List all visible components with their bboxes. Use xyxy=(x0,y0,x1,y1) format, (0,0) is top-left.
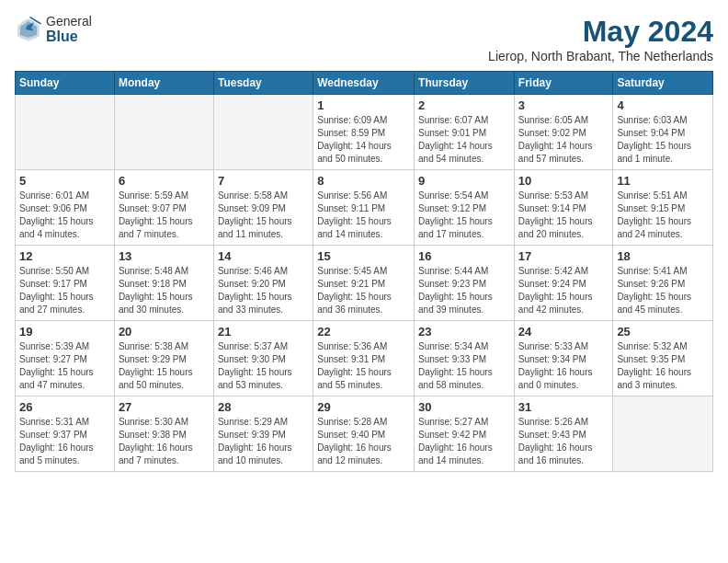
day-info: Sunrise: 5:41 AM Sunset: 9:26 PM Dayligh… xyxy=(617,265,709,316)
calendar-cell xyxy=(114,95,213,170)
day-info: Sunrise: 5:26 AM Sunset: 9:43 PM Dayligh… xyxy=(518,416,609,467)
calendar-cell: 14Sunrise: 5:46 AM Sunset: 9:20 PM Dayli… xyxy=(213,246,313,321)
day-info: Sunrise: 5:53 AM Sunset: 9:14 PM Dayligh… xyxy=(518,190,609,241)
weekday-header: Saturday xyxy=(613,72,713,95)
day-number: 30 xyxy=(418,400,510,414)
calendar-cell: 26Sunrise: 5:31 AM Sunset: 9:37 PM Dayli… xyxy=(16,396,115,472)
day-number: 11 xyxy=(617,174,709,188)
day-number: 22 xyxy=(317,325,410,339)
logo-blue-text: Blue xyxy=(46,29,92,45)
calendar-cell: 5Sunrise: 6:01 AM Sunset: 9:06 PM Daylig… xyxy=(16,170,115,246)
calendar-cell: 10Sunrise: 5:53 AM Sunset: 9:14 PM Dayli… xyxy=(514,170,613,246)
calendar-cell: 23Sunrise: 5:34 AM Sunset: 9:33 PM Dayli… xyxy=(415,321,515,396)
calendar-cell: 21Sunrise: 5:37 AM Sunset: 9:30 PM Dayli… xyxy=(213,321,313,396)
weekday-header-row: SundayMondayTuesdayWednesdayThursdayFrid… xyxy=(16,72,713,95)
day-number: 26 xyxy=(19,400,110,414)
calendar-week-row: 12Sunrise: 5:50 AM Sunset: 9:17 PM Dayli… xyxy=(16,246,713,321)
day-info: Sunrise: 5:54 AM Sunset: 9:12 PM Dayligh… xyxy=(418,190,510,241)
calendar-cell: 7Sunrise: 5:58 AM Sunset: 9:09 PM Daylig… xyxy=(213,170,313,246)
day-number: 18 xyxy=(617,249,709,263)
calendar-week-row: 26Sunrise: 5:31 AM Sunset: 9:37 PM Dayli… xyxy=(16,396,713,472)
day-info: Sunrise: 5:36 AM Sunset: 9:31 PM Dayligh… xyxy=(317,340,410,392)
weekday-header: Thursday xyxy=(415,72,515,95)
month-title: May 2024 xyxy=(488,15,713,49)
day-number: 1 xyxy=(317,98,410,112)
day-info: Sunrise: 6:05 AM Sunset: 9:02 PM Dayligh… xyxy=(518,114,609,166)
calendar-cell: 24Sunrise: 5:33 AM Sunset: 9:34 PM Dayli… xyxy=(514,321,613,396)
calendar-cell: 17Sunrise: 5:42 AM Sunset: 9:24 PM Dayli… xyxy=(514,246,613,321)
calendar-week-row: 19Sunrise: 5:39 AM Sunset: 9:27 PM Dayli… xyxy=(16,321,713,396)
day-number: 3 xyxy=(518,98,609,112)
day-info: Sunrise: 5:32 AM Sunset: 9:35 PM Dayligh… xyxy=(617,340,709,392)
weekday-header: Wednesday xyxy=(313,72,415,95)
day-number: 15 xyxy=(317,249,410,263)
calendar-cell: 28Sunrise: 5:29 AM Sunset: 9:39 PM Dayli… xyxy=(213,396,313,472)
calendar-cell: 15Sunrise: 5:45 AM Sunset: 9:21 PM Dayli… xyxy=(313,246,415,321)
calendar-cell: 30Sunrise: 5:27 AM Sunset: 9:42 PM Dayli… xyxy=(415,396,515,472)
day-number: 13 xyxy=(119,249,210,263)
day-info: Sunrise: 5:48 AM Sunset: 9:18 PM Dayligh… xyxy=(119,265,210,316)
day-number: 24 xyxy=(518,325,609,339)
calendar-cell: 16Sunrise: 5:44 AM Sunset: 9:23 PM Dayli… xyxy=(415,246,515,321)
day-info: Sunrise: 6:03 AM Sunset: 9:04 PM Dayligh… xyxy=(617,114,709,166)
day-info: Sunrise: 5:46 AM Sunset: 9:20 PM Dayligh… xyxy=(218,265,309,316)
day-number: 12 xyxy=(19,249,110,263)
day-info: Sunrise: 5:39 AM Sunset: 9:27 PM Dayligh… xyxy=(19,340,110,392)
location-text: Lierop, North Brabant, The Netherlands xyxy=(488,49,713,63)
day-number: 6 xyxy=(119,174,210,188)
day-info: Sunrise: 6:01 AM Sunset: 9:06 PM Dayligh… xyxy=(19,190,110,241)
day-number: 31 xyxy=(518,400,609,414)
weekday-header: Monday xyxy=(114,72,213,95)
calendar-cell: 8Sunrise: 5:56 AM Sunset: 9:11 PM Daylig… xyxy=(313,170,415,246)
calendar-cell xyxy=(613,396,713,472)
logo: General Blue xyxy=(15,15,92,45)
calendar-cell: 2Sunrise: 6:07 AM Sunset: 9:01 PM Daylig… xyxy=(415,95,515,170)
calendar-cell: 6Sunrise: 5:59 AM Sunset: 9:07 PM Daylig… xyxy=(114,170,213,246)
day-info: Sunrise: 5:37 AM Sunset: 9:30 PM Dayligh… xyxy=(218,340,309,392)
calendar-cell: 12Sunrise: 5:50 AM Sunset: 9:17 PM Dayli… xyxy=(16,246,115,321)
calendar-cell xyxy=(16,95,115,170)
calendar-cell: 11Sunrise: 5:51 AM Sunset: 9:15 PM Dayli… xyxy=(613,170,713,246)
day-info: Sunrise: 5:51 AM Sunset: 9:15 PM Dayligh… xyxy=(617,190,709,241)
day-info: Sunrise: 5:33 AM Sunset: 9:34 PM Dayligh… xyxy=(518,340,609,392)
logo-icon xyxy=(15,16,42,43)
day-number: 28 xyxy=(218,400,309,414)
calendar-cell: 20Sunrise: 5:38 AM Sunset: 9:29 PM Dayli… xyxy=(114,321,213,396)
logo-general-text: General xyxy=(46,15,92,29)
calendar-week-row: 5Sunrise: 6:01 AM Sunset: 9:06 PM Daylig… xyxy=(16,170,713,246)
day-number: 7 xyxy=(218,174,309,188)
day-info: Sunrise: 5:42 AM Sunset: 9:24 PM Dayligh… xyxy=(518,265,609,316)
title-area: May 2024 Lierop, North Brabant, The Neth… xyxy=(488,15,713,63)
calendar-cell: 25Sunrise: 5:32 AM Sunset: 9:35 PM Dayli… xyxy=(613,321,713,396)
weekday-header: Tuesday xyxy=(213,72,313,95)
calendar-cell: 29Sunrise: 5:28 AM Sunset: 9:40 PM Dayli… xyxy=(313,396,415,472)
calendar-cell: 13Sunrise: 5:48 AM Sunset: 9:18 PM Dayli… xyxy=(114,246,213,321)
day-number: 21 xyxy=(218,325,309,339)
day-info: Sunrise: 5:45 AM Sunset: 9:21 PM Dayligh… xyxy=(317,265,410,316)
day-info: Sunrise: 6:09 AM Sunset: 8:59 PM Dayligh… xyxy=(317,114,410,166)
day-number: 17 xyxy=(518,249,609,263)
day-number: 10 xyxy=(518,174,609,188)
day-number: 9 xyxy=(418,174,510,188)
day-number: 19 xyxy=(19,325,110,339)
calendar-cell: 9Sunrise: 5:54 AM Sunset: 9:12 PM Daylig… xyxy=(415,170,515,246)
calendar-cell: 19Sunrise: 5:39 AM Sunset: 9:27 PM Dayli… xyxy=(16,321,115,396)
day-number: 4 xyxy=(617,98,709,112)
day-info: Sunrise: 5:44 AM Sunset: 9:23 PM Dayligh… xyxy=(418,265,510,316)
day-info: Sunrise: 5:56 AM Sunset: 9:11 PM Dayligh… xyxy=(317,190,410,241)
calendar-cell: 3Sunrise: 6:05 AM Sunset: 9:02 PM Daylig… xyxy=(514,95,613,170)
logo-text: General Blue xyxy=(46,15,92,45)
day-info: Sunrise: 5:30 AM Sunset: 9:38 PM Dayligh… xyxy=(119,416,210,467)
weekday-header: Sunday xyxy=(16,72,115,95)
calendar-cell: 27Sunrise: 5:30 AM Sunset: 9:38 PM Dayli… xyxy=(114,396,213,472)
calendar-cell xyxy=(213,95,313,170)
day-info: Sunrise: 5:38 AM Sunset: 9:29 PM Dayligh… xyxy=(119,340,210,392)
day-info: Sunrise: 5:29 AM Sunset: 9:39 PM Dayligh… xyxy=(218,416,309,467)
calendar-cell: 4Sunrise: 6:03 AM Sunset: 9:04 PM Daylig… xyxy=(613,95,713,170)
day-number: 20 xyxy=(119,325,210,339)
page-header: General Blue May 2024 Lierop, North Brab… xyxy=(15,15,713,63)
day-info: Sunrise: 5:58 AM Sunset: 9:09 PM Dayligh… xyxy=(218,190,309,241)
day-number: 14 xyxy=(218,249,309,263)
calendar-cell: 1Sunrise: 6:09 AM Sunset: 8:59 PM Daylig… xyxy=(313,95,415,170)
day-number: 8 xyxy=(317,174,410,188)
